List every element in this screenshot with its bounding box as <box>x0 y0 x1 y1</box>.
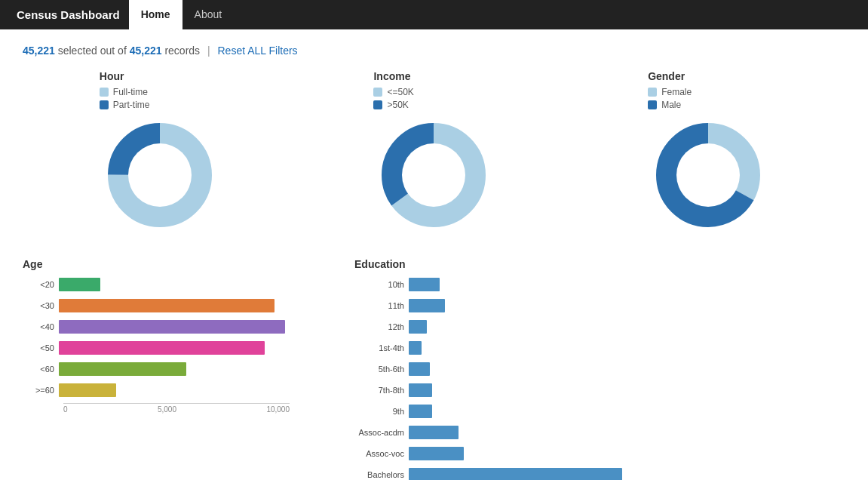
income-legend-le50k: <=50K <box>373 87 413 97</box>
age-bar-track <box>59 362 339 376</box>
income-gt50k-label: >50K <box>387 100 408 110</box>
edu-bar-row[interactable]: 1st-4th <box>354 340 845 356</box>
age-bar-fill <box>59 341 265 355</box>
education-chart-title: Education <box>354 258 845 270</box>
age-bar-row[interactable]: <20 <box>23 276 339 293</box>
edu-bar-fill <box>409 405 432 418</box>
gender-donut-wrap[interactable] <box>648 115 768 235</box>
edu-bar-track <box>409 362 845 376</box>
age-bar-row[interactable]: <50 <box>23 340 339 356</box>
age-bar-track <box>59 299 339 312</box>
charts-top-row: Hour Full-time Part-time <box>23 70 845 235</box>
gender-legend-female: Female <box>648 87 692 97</box>
hour-legend-fulltime: Full-time <box>100 87 150 97</box>
edu-bar-fill <box>409 362 430 376</box>
income-chart-section: Income <=50K >50K <box>373 70 494 235</box>
hour-legend-parttime: Part-time <box>100 100 150 110</box>
age-bar-label: <20 <box>23 280 59 289</box>
edu-bar-fill <box>409 278 440 291</box>
summary-separator: | <box>207 45 210 57</box>
hour-fulltime-label: Full-time <box>113 87 148 97</box>
summary-text2: records <box>164 45 200 57</box>
edu-bar-track <box>409 426 845 439</box>
edu-bar-track <box>409 299 845 312</box>
charts-bottom-row: Age <20<30<40<50<60>=60 05,00010,000 Edu… <box>23 258 845 480</box>
nav-brand[interactable]: Census Dashboard <box>8 0 129 29</box>
gender-legend-male: Male <box>648 100 692 110</box>
edu-bar-track <box>409 383 845 397</box>
age-bar-row[interactable]: >=60 <box>23 382 339 398</box>
edu-bar-label: 12th <box>354 322 409 331</box>
hour-legend: Full-time Part-time <box>100 87 150 110</box>
edu-bar-track <box>409 320 845 334</box>
age-bar-track <box>59 278 339 291</box>
age-chart-title: Age <box>23 258 339 270</box>
income-chart-title: Income <box>373 70 410 82</box>
edu-bar-row[interactable]: 10th <box>354 276 845 293</box>
edu-bar-row[interactable]: 9th <box>354 403 845 420</box>
edu-bar-track <box>409 468 845 480</box>
gender-male-label: Male <box>661 100 681 110</box>
gender-legend: Female Male <box>648 87 692 110</box>
age-bar-label: <50 <box>23 343 59 352</box>
age-axis-tick: 10,000 <box>266 405 290 414</box>
nav-item-home[interactable]: Home <box>129 0 182 29</box>
age-bar-row[interactable]: <30 <box>23 297 339 314</box>
selected-count: 45,221 <box>23 45 55 57</box>
edu-bar-row[interactable]: Assoc-acdm <box>354 424 845 441</box>
edu-bar-label: 1st-4th <box>354 343 409 352</box>
edu-bar-label: 10th <box>354 280 409 289</box>
age-bar-fill <box>59 299 275 312</box>
gender-male-dot <box>648 100 657 109</box>
edu-bar-row[interactable]: 5th-6th <box>354 361 845 377</box>
age-axis: 05,00010,000 <box>63 403 290 414</box>
edu-bar-row[interactable]: 12th <box>354 318 845 335</box>
hour-donut-wrap[interactable] <box>100 115 220 235</box>
gender-female-label: Female <box>661 87 692 97</box>
age-axis-tick: 0 <box>63 405 68 414</box>
income-le50k-label: <=50K <box>387 87 413 97</box>
edu-bar-fill <box>409 299 445 312</box>
edu-bar-row[interactable]: Bachelors <box>354 466 845 480</box>
age-bar-chart: <20<30<40<50<60>=60 <box>23 276 339 398</box>
age-bar-fill <box>59 362 186 376</box>
income-donut-svg <box>373 115 494 235</box>
edu-bar-track <box>409 447 845 460</box>
age-bar-label: <60 <box>23 365 59 374</box>
navbar: Census Dashboard Home About <box>0 0 868 29</box>
age-bar-row[interactable]: <60 <box>23 361 339 377</box>
edu-bar-label: 5th-6th <box>354 365 409 374</box>
edu-bar-track <box>409 341 845 355</box>
income-donut-wrap[interactable] <box>373 115 494 235</box>
edu-bar-label: 11th <box>354 301 409 310</box>
age-bar-fill <box>59 278 100 291</box>
age-chart-section: Age <20<30<40<50<60>=60 05,00010,000 <box>23 258 339 480</box>
edu-bar-row[interactable]: Assoc-voc <box>354 445 845 462</box>
edu-bar-fill <box>409 383 432 397</box>
age-axis-tick: 5,000 <box>158 405 176 414</box>
age-bar-fill <box>59 383 116 397</box>
nav-item-about[interactable]: About <box>182 0 235 29</box>
hour-chart-title: Hour <box>100 70 124 82</box>
education-bar-chart: 10th11th12th1st-4th5th-6th7th-8th9thAsso… <box>354 276 845 480</box>
edu-bar-label: Bachelors <box>354 470 409 479</box>
education-chart-section: Education 10th11th12th1st-4th5th-6th7th-… <box>354 258 845 480</box>
reset-filters-link[interactable]: Reset ALL Filters <box>218 45 298 57</box>
edu-bar-label: 9th <box>354 407 409 416</box>
age-bar-label: <40 <box>23 322 59 331</box>
main-content: 45,221 selected out of 45,221 records | … <box>0 29 868 480</box>
edu-bar-row[interactable]: 7th-8th <box>354 382 845 398</box>
hour-fulltime-dot <box>100 88 109 97</box>
edu-bar-row[interactable]: 11th <box>354 297 845 314</box>
age-bar-row[interactable]: <40 <box>23 318 339 335</box>
edu-bar-fill <box>409 426 459 439</box>
edu-bar-track <box>409 278 845 291</box>
hour-chart-section: Hour Full-time Part-time <box>100 70 220 235</box>
age-bar-fill <box>59 320 285 334</box>
edu-bar-label: Assoc-acdm <box>354 428 409 437</box>
age-bar-track <box>59 341 339 355</box>
svg-point-2 <box>128 143 192 207</box>
edu-bar-fill <box>409 320 427 334</box>
hour-parttime-label: Part-time <box>113 100 150 110</box>
edu-bar-label: 7th-8th <box>354 386 409 395</box>
